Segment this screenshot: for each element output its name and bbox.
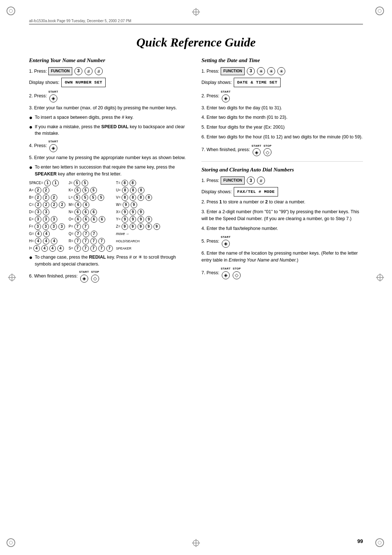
- step-5-date: 5. Enter four digits for the year (Ex: 2…: [201, 124, 363, 131]
- step-6-name: 6. When finished, press: START STOP: [29, 270, 191, 283]
- start-label-date-7: START: [252, 143, 261, 149]
- left-column: Entering Your Name and Number 1. Press: …: [29, 57, 191, 285]
- start-label-auto-7: START: [221, 266, 230, 271]
- reg-mark-top: [192, 8, 200, 16]
- corner-mark-br: [375, 538, 385, 548]
- step-4-auto: 4. Enter the full fax/telephone number.: [201, 225, 363, 232]
- page-title: Quick Reference Guide: [29, 36, 363, 49]
- start-label-4: START: [48, 139, 58, 144]
- corner-mark-bl: [7, 538, 17, 548]
- step-5-name: 5. Enter your name by pressing the appro…: [29, 154, 191, 161]
- key-star1: ✳: [257, 67, 265, 75]
- letter-table: SPACE=11 J=55 T=88 A=22 K=555 U=888 B=22…: [29, 180, 191, 252]
- function-key-date: FUNCTION: [221, 67, 245, 75]
- corner-mark-tr: [375, 7, 385, 17]
- page-meta: all-fo1530a.book Page 99 Tuesday, Decemb…: [29, 19, 363, 24]
- start-key-date-7: START: [252, 143, 261, 157]
- start-btn-date-2: [222, 94, 230, 102]
- step-1-label: 1. Press:: [29, 67, 47, 76]
- start-key-2: START: [48, 89, 58, 102]
- letter-row-move: move →: [116, 231, 160, 237]
- letter-row-u: U=888: [116, 187, 160, 194]
- display-value-own: OWN NUMBER SET: [61, 78, 106, 88]
- letter-row-b: B=222: [29, 194, 66, 201]
- start-key-auto-7: START: [221, 266, 230, 279]
- stop-label-auto-7: STOP: [233, 266, 241, 271]
- letter-row-a: A=22: [29, 187, 66, 194]
- start-label: START: [48, 89, 58, 94]
- file-info: all-fo1530a.book Page 99 Tuesday, Decemb…: [29, 19, 131, 23]
- reg-mark-right: [376, 274, 384, 281]
- key-3-circle: 3: [74, 67, 82, 75]
- stop-key-date-7: STOP: [264, 143, 271, 157]
- page-number: 99: [357, 538, 363, 544]
- letter-row-h: H=444: [29, 238, 66, 244]
- bullet-text-3: To enter two letters in succession that …: [35, 164, 191, 178]
- start-key-6: START: [79, 270, 89, 283]
- letter-row-j: J=55: [69, 180, 113, 186]
- letter-row-m: M=66: [69, 202, 113, 208]
- bullet-text-1: To insert a space between digits, press …: [35, 114, 134, 121]
- page-wrapper: all-fo1530a.book Page 99 Tuesday, Decemb…: [0, 0, 392, 555]
- display-date-time: Display shows: DATE & TIME SET: [201, 78, 363, 88]
- step-6-label: 6. When finished, press:: [29, 272, 78, 280]
- start-key-date-2: START: [221, 89, 230, 102]
- step-6-date: 6. Enter two digits for the hour (01 to …: [201, 134, 363, 141]
- step-2-date-label: 2. Press:: [201, 92, 219, 100]
- step-2-date: 2. Press: START: [201, 89, 363, 102]
- bullet-dot-1: ●: [29, 114, 33, 121]
- bullet-speed-dial: ● If you make a mistake, press the SPEED…: [29, 123, 191, 137]
- letter-row-g: G=44: [29, 231, 66, 237]
- bullet-text-4: To change case, press the REDIAL key. Pr…: [35, 254, 191, 268]
- start-btn-auto-5: [222, 240, 230, 248]
- stop-btn-6: [91, 275, 99, 283]
- step-5-auto: 5. Press: START: [201, 235, 363, 248]
- letter-row-x: X=999: [116, 209, 160, 215]
- letter-row-s: S=77777: [69, 245, 113, 252]
- function-key: FUNCTION: [48, 67, 72, 75]
- stop-key-auto-7: STOP: [233, 266, 241, 279]
- step-6-auto: 6. Enter the name of the location by pre…: [201, 250, 363, 264]
- start-label-auto-5: START: [221, 235, 230, 240]
- key-hash2: #: [95, 67, 103, 75]
- key-star3: ✳: [277, 67, 285, 75]
- letter-row-z: Z=99999: [116, 223, 160, 230]
- start-label-date-2: START: [221, 89, 230, 94]
- bullet-text-2: If you make a mistake, press the SPEED D…: [35, 123, 191, 137]
- start-btn-6: [80, 275, 88, 283]
- bullet-space: ● To insert a space between digits, pres…: [29, 114, 191, 121]
- stop-btn-date-7: [264, 148, 271, 156]
- letter-row-d: D=33: [29, 209, 66, 215]
- bullet-change-case: ● To change case, press the REDIAL key. …: [29, 254, 191, 268]
- letter-row-q: Q=777: [69, 231, 113, 237]
- step-7-date-label: 7. When finished, press:: [201, 146, 250, 154]
- step-2-auto: 2. Press 1 to store a number or 2 to cle…: [201, 199, 363, 206]
- key-star2: ✳: [267, 67, 275, 75]
- step-3-auto: 3. Enter a 2-digit number (from "01" to …: [201, 208, 363, 222]
- start-btn: [49, 94, 57, 102]
- two-column-layout: Entering Your Name and Number 1. Press: …: [29, 57, 363, 285]
- reg-mark-bottom: [192, 539, 200, 547]
- letter-row-p: P=77: [69, 223, 113, 230]
- step-4-date: 4. Enter two digits for the month (01 to…: [201, 114, 363, 121]
- key-hash1: #: [85, 67, 93, 75]
- start-label-6: START: [79, 270, 89, 275]
- stop-btn-auto-7: [233, 271, 241, 279]
- section-divider: [201, 161, 363, 162]
- display-value-date: DATE & TIME SET: [234, 78, 281, 88]
- letter-row-c: C=2222: [29, 202, 66, 208]
- key-3-auto: 3: [247, 177, 255, 185]
- step-3-date: 3. Enter two digits for the day (01 to 3…: [201, 105, 363, 112]
- letter-row-k: K=555: [69, 187, 113, 194]
- bullet-dot-3: ●: [29, 164, 33, 178]
- section-title-auto-dial: Storing and Clearing Auto Dial Numbers: [201, 167, 363, 173]
- step-5-auto-label: 5. Press:: [201, 237, 219, 246]
- bullet-two-letters: ● To enter two letters in succession tha…: [29, 164, 191, 178]
- start-btn-auto-7: [222, 271, 230, 279]
- letter-row-t: T=88: [116, 180, 160, 186]
- step-2-label: 2. Press:: [29, 92, 47, 100]
- step-2-name: 2. Press: START: [29, 89, 191, 102]
- letter-row-l: L=5555: [69, 194, 113, 201]
- right-column: Setting the Date and Time 1. Press: FUNC…: [201, 57, 363, 285]
- display-label-own: Display shows:: [29, 78, 59, 87]
